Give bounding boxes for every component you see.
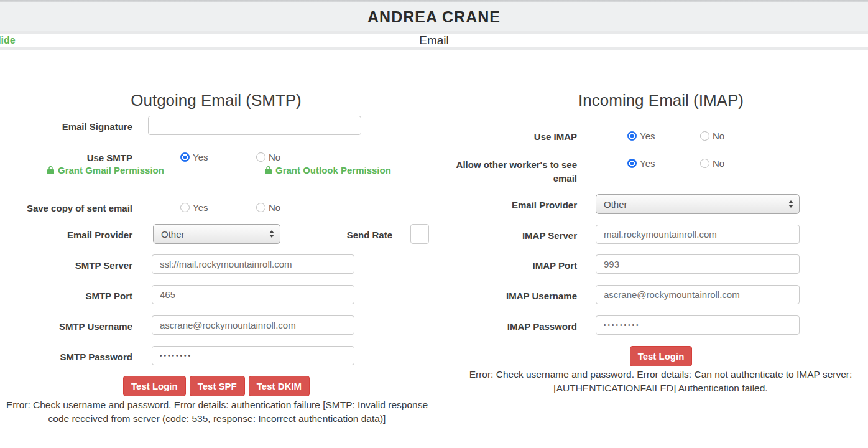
smtp-email-provider-select[interactable]: Other	[153, 224, 280, 244]
imap-username-input[interactable]	[596, 285, 800, 304]
allow-workers-yes-radio[interactable]	[627, 159, 637, 168]
grant-gmail-label: Grant Gmail Permission	[58, 165, 164, 175]
use-smtp-no-label: No	[269, 152, 280, 162]
smtp-test-login-button[interactable]: Test Login	[123, 376, 186, 396]
grant-outlook-permission-link[interactable]: Grant Outlook Permission	[264, 165, 391, 175]
test-spf-button[interactable]: Test SPF	[190, 376, 245, 396]
use-imap-no-radio[interactable]	[700, 131, 709, 141]
smtp-port-input[interactable]	[152, 285, 354, 304]
allow-workers-label: Allow other worker's to see email	[453, 158, 577, 185]
page-title: ANDREA CRANE	[367, 8, 501, 26]
imap-username-label: IMAP Username	[453, 290, 577, 302]
smtp-email-provider-label: Email Provider	[0, 229, 132, 241]
email-signature-label: Email Signature	[0, 121, 132, 133]
test-dkim-button[interactable]: Test DKIM	[249, 376, 310, 396]
send-rate-label: Send Rate	[311, 229, 392, 241]
save-copy-label: Save copy of sent email	[0, 202, 132, 214]
subnav-divider	[0, 47, 868, 50]
email-settings-page: ANDREA CRANE Hide Email Outgoing Email (…	[0, 0, 868, 448]
smtp-server-label: SMTP Server	[0, 259, 132, 271]
allow-workers-no-label: No	[713, 158, 724, 169]
use-imap-no-label: No	[713, 131, 724, 141]
save-copy-no-label: No	[269, 202, 280, 213]
imap-port-input[interactable]	[596, 254, 800, 274]
imap-server-input[interactable]	[596, 225, 800, 244]
grant-gmail-permission-link[interactable]: Grant Gmail Permission	[47, 165, 164, 175]
smtp-password-label: SMTP Password	[0, 351, 132, 363]
smtp-error-message: Error: Check username and password. Erro…	[2, 398, 432, 426]
send-rate-input[interactable]	[410, 224, 429, 244]
imap-password-input[interactable]	[596, 315, 800, 335]
imap-email-provider-label: Email Provider	[453, 199, 577, 211]
smtp-email-provider-value: Other	[161, 229, 185, 240]
imap-email-provider-select[interactable]: Other	[596, 194, 800, 214]
select-stepper-icon	[788, 200, 793, 208]
imap-error-message: Error: Check username and password. Erro…	[457, 368, 864, 395]
smtp-port-label: SMTP Port	[0, 290, 132, 302]
imap-password-label: IMAP Password	[453, 320, 577, 332]
use-smtp-yes-radio[interactable]	[180, 152, 190, 162]
smtp-username-input[interactable]	[152, 315, 354, 335]
allow-workers-yes-label: Yes	[640, 158, 655, 169]
allow-workers-no-radio[interactable]	[700, 159, 709, 168]
use-imap-yes-label: Yes	[640, 131, 655, 141]
email-signature-input[interactable]	[148, 116, 361, 135]
imap-port-label: IMAP Port	[453, 259, 577, 271]
smtp-server-input[interactable]	[152, 254, 354, 274]
use-smtp-label: Use SMTP	[0, 152, 132, 164]
smtp-test-buttons: Test Login Test SPF Test DKIM	[0, 376, 433, 396]
smtp-section-title: Outgoing Email (SMTP)	[50, 91, 382, 110]
lock-icon	[47, 166, 55, 175]
grant-outlook-label: Grant Outlook Permission	[275, 165, 391, 175]
use-imap-label: Use IMAP	[453, 131, 577, 142]
imap-test-buttons: Test Login	[443, 346, 868, 366]
save-copy-no-radio[interactable]	[256, 203, 265, 212]
save-copy-yes-label: Yes	[193, 202, 208, 213]
select-stepper-icon	[269, 230, 274, 238]
imap-section-title: Incoming Email (IMAP)	[443, 91, 868, 110]
imap-email-provider-value: Other	[604, 199, 627, 210]
imap-test-login-button[interactable]: Test Login	[630, 346, 693, 366]
save-copy-yes-radio[interactable]	[180, 203, 190, 212]
header-bar: ANDREA CRANE	[0, 2, 868, 31]
sub-nav: Hide Email	[0, 34, 868, 47]
smtp-username-label: SMTP Username	[0, 320, 132, 332]
tab-email: Email	[0, 34, 868, 47]
imap-server-label: IMAP Server	[453, 230, 577, 241]
smtp-password-input[interactable]	[152, 346, 354, 365]
use-smtp-yes-label: Yes	[193, 152, 208, 162]
use-smtp-no-radio[interactable]	[256, 152, 265, 162]
lock-icon	[264, 166, 272, 175]
use-imap-yes-radio[interactable]	[627, 131, 637, 141]
